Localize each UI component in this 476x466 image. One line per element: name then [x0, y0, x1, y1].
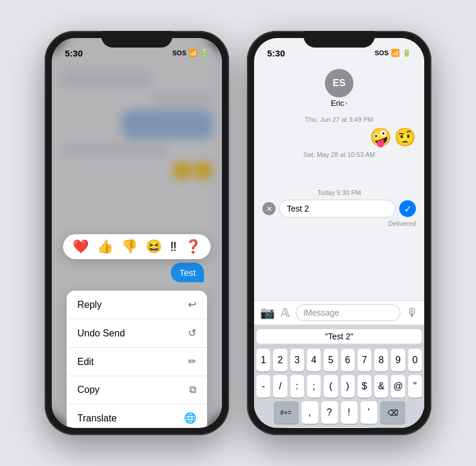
edit-input-text: Test 2 [287, 204, 309, 213]
test-bubble: Test [171, 263, 204, 282]
menu-copy-label: Copy [77, 385, 99, 395]
key-space[interactable]: space [287, 427, 370, 428]
key-5[interactable]: 5 [324, 349, 337, 371]
key-slash[interactable]: / [273, 375, 287, 398]
edit-input[interactable]: Test 2 [279, 200, 396, 218]
key-delete[interactable]: ⌫ [380, 401, 405, 424]
key-colon[interactable]: : [290, 375, 304, 398]
key-0[interactable]: 0 [408, 349, 422, 371]
context-menu: Reply ↩ Undo Send ↺ Edit ✏ Copy ⧉ Transl… [67, 291, 207, 428]
reaction-question[interactable]: ❓ [185, 239, 201, 254]
key-hashtag[interactable]: #+= [274, 401, 299, 424]
reaction-heart[interactable]: ❤️ [73, 239, 89, 254]
key-abc[interactable]: ABC [258, 427, 284, 428]
left-status-icons: SOS 📶 🔋 [173, 49, 209, 57]
reply-icon: ↩ [188, 298, 196, 311]
key-row-numbers: 1 2 3 4 5 6 7 8 9 0 [256, 349, 422, 371]
menu-edit-label: Edit [77, 357, 94, 367]
left-screen: 5:30 SOS 📶 🔋 🟡🟡 ❤️ 👍 👎 😆 ‼️ ❓ [52, 38, 222, 428]
delivered-label: Delivered [389, 220, 416, 227]
suggestion-item[interactable]: "Test 2" [256, 329, 422, 344]
translate-icon: 🌐 [184, 412, 196, 424]
reaction-picker[interactable]: ❤️ 👍 👎 😆 ‼️ ❓ [63, 234, 211, 259]
key-exclaim[interactable]: ! [341, 401, 358, 424]
contact-name[interactable]: Eric [331, 99, 344, 108]
key-4[interactable]: 4 [307, 349, 321, 371]
cancel-edit-btn[interactable]: ✕ [262, 202, 275, 215]
left-status-time: 5:30 [65, 48, 83, 58]
wifi-icon: 📶 [189, 49, 198, 57]
key-question[interactable]: ? [321, 401, 338, 424]
key-3[interactable]: 3 [290, 349, 304, 371]
key-row-bottom: ABC space return [256, 427, 422, 428]
key-at[interactable]: @ [391, 375, 405, 398]
menu-undo-send[interactable]: Undo Send ↺ [67, 319, 207, 348]
left-notch [101, 31, 173, 48]
undo-icon: ↺ [188, 327, 196, 339]
emoji-1: 🤪 [369, 127, 392, 147]
menu-undo-label: Undo Send [77, 328, 125, 339]
right-sos-label: SOS [375, 49, 389, 56]
camera-icon[interactable]: 📷 [260, 306, 275, 320]
key-apostrophe[interactable]: ' [361, 401, 377, 424]
menu-translate-label: Translate [77, 413, 117, 424]
date-today: Today 5:30 PM [262, 189, 416, 196]
suggestion-row: "Test 2" [254, 325, 424, 347]
right-screen: 5:30 SOS 📶 🔋 ES Eric › Thu, Jun 27 at 3:… [254, 38, 424, 428]
key-8[interactable]: 8 [374, 349, 388, 371]
mic-icon[interactable]: 🎙 [406, 306, 418, 320]
imessage-input[interactable]: iMessage [296, 304, 400, 321]
reaction-thumbsdown[interactable]: 👎 [121, 239, 137, 254]
key-ampersand[interactable]: & [374, 375, 388, 398]
key-9[interactable]: 9 [391, 349, 405, 371]
emoji-2: 🤨 [394, 127, 416, 147]
key-2[interactable]: 2 [273, 349, 287, 371]
key-dash[interactable]: - [256, 375, 270, 398]
right-battery-icon: 🔋 [402, 49, 411, 57]
reaction-thumbsup[interactable]: 👍 [97, 239, 113, 254]
menu-edit[interactable]: Edit ✏ [67, 348, 207, 376]
sos-label: SOS [173, 49, 186, 56]
message-toolbar: 📷 𝔸 iMessage 🎙 [254, 300, 424, 325]
key-return[interactable]: return [373, 427, 421, 428]
reaction-exclaim[interactable]: ‼️ [170, 239, 177, 254]
key-6[interactable]: 6 [341, 349, 355, 371]
menu-copy[interactable]: Copy ⧉ [67, 376, 207, 404]
contact-chevron[interactable]: › [345, 99, 347, 106]
messages-header: ES Eric › [254, 64, 424, 110]
right-phone: 5:30 SOS 📶 🔋 ES Eric › Thu, Jun 27 at 3:… [247, 31, 431, 435]
contact-avatar: ES [325, 69, 353, 97]
menu-translate[interactable]: Translate 🌐 [67, 404, 207, 428]
imessage-placeholder: iMessage [303, 308, 339, 317]
key-row-misc: #+= , ? ! ' ⌫ [256, 401, 422, 424]
key-quote[interactable]: " [408, 375, 422, 398]
right-status-time: 5:30 [267, 48, 285, 58]
key-comma[interactable]: , [302, 401, 318, 424]
key-dollar[interactable]: $ [358, 375, 371, 398]
confirm-edit-btn[interactable]: ✓ [399, 200, 416, 217]
battery-icon: 🔋 [200, 49, 209, 57]
right-notch [303, 31, 375, 48]
keyboard-rows: 1 2 3 4 5 6 7 8 9 0 - / : [254, 347, 424, 428]
copy-icon: ⧉ [189, 384, 196, 396]
key-1[interactable]: 1 [256, 349, 270, 371]
key-close-paren[interactable]: ) [341, 375, 355, 398]
left-phone: 5:30 SOS 📶 🔋 🟡🟡 ❤️ 👍 👎 😆 ‼️ ❓ [45, 31, 229, 435]
key-row-symbols: - / : ; ( ) $ & @ " [256, 375, 422, 398]
menu-reply[interactable]: Reply ↩ [67, 291, 207, 319]
right-status-icons: SOS 📶 🔋 [375, 49, 411, 57]
emoji-row: 🤪 🤨 [262, 127, 416, 147]
key-semicolon[interactable]: ; [307, 375, 321, 398]
appstore-icon[interactable]: 𝔸 [281, 306, 290, 320]
date-old: Thu, Jun 27 at 3:49 PM [262, 116, 416, 123]
edit-icon: ✏ [188, 355, 196, 368]
date-recent: Sat, May 28 at 10:53 AM [262, 151, 416, 158]
keyboard: "Test 2" 1 2 3 4 5 6 7 8 9 0 [254, 325, 424, 428]
key-open-paren[interactable]: ( [324, 375, 337, 398]
right-wifi-icon: 📶 [391, 49, 400, 57]
chat-content: Thu, Jun 27 at 3:49 PM 🤪 🤨 Sat, May 28 a… [254, 110, 424, 428]
scrollable-chat: Thu, Jun 27 at 3:49 PM 🤪 🤨 Sat, May 28 a… [254, 110, 424, 300]
reaction-haha[interactable]: 😆 [146, 239, 162, 254]
menu-reply-label: Reply [77, 300, 102, 310]
key-7[interactable]: 7 [358, 349, 371, 371]
